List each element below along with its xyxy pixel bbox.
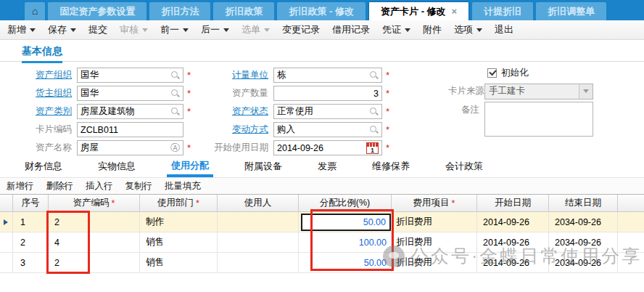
asset-name-input[interactable]: 房屋Ⓐ xyxy=(77,140,183,155)
magnifier-icon[interactable] xyxy=(170,107,180,116)
cell-end-date[interactable]: 2034-09-26 xyxy=(549,212,618,232)
col-asset-code[interactable]: 资产编码* xyxy=(49,195,140,211)
magnifier-icon[interactable] xyxy=(369,125,379,134)
col-expense[interactable]: 费用项目* xyxy=(392,195,477,211)
col-user[interactable]: 使用人 xyxy=(218,195,299,211)
start-date-input[interactable]: 2014-09-26 1 xyxy=(273,140,382,155)
multilingual-icon[interactable]: Ⓐ xyxy=(170,142,180,155)
next-button[interactable]: 后一 xyxy=(201,23,229,36)
tab-depreciation-adjustment[interactable]: 折旧调整单 xyxy=(536,2,606,20)
cell-asset-code[interactable]: 2 xyxy=(49,253,140,272)
cell-end-date[interactable]: 2034-09-26 xyxy=(549,232,618,252)
magnifier-icon[interactable] xyxy=(369,70,379,80)
tab-physical-info[interactable]: 实物信息 xyxy=(94,160,140,177)
borrow-record-button[interactable]: 借用记录 xyxy=(332,23,370,36)
cell-end-date[interactable]: 2034-09-26 xyxy=(549,253,618,272)
calendar-icon[interactable]: 1 xyxy=(366,142,379,154)
cell-ratio-editing[interactable]: 50.00 xyxy=(301,214,391,231)
tab-asset-card-edit[interactable]: 资产卡片 - 修改 × xyxy=(368,1,469,20)
cell-seq[interactable]: 1 xyxy=(13,212,49,232)
copy-row-button[interactable]: 复制行 xyxy=(125,180,153,192)
cell-seq[interactable]: 3 xyxy=(13,253,49,272)
cell-user[interactable] xyxy=(218,253,299,272)
cell-start-date[interactable]: 2014-09-26 xyxy=(477,253,549,272)
submit-button[interactable]: 提交 xyxy=(88,23,107,36)
cell-dept[interactable]: 销售 xyxy=(140,253,218,272)
delete-row-button[interactable]: 删除行 xyxy=(46,180,74,192)
new-button[interactable]: 新增 xyxy=(7,23,36,36)
caret-down-icon[interactable] xyxy=(223,28,229,32)
card-code-input[interactable]: ZCLB011 xyxy=(77,122,183,137)
status-input[interactable]: 正常使用 xyxy=(273,104,382,119)
change-mode-label[interactable]: 变动方式 xyxy=(214,123,273,136)
cell-dept[interactable]: 销售 xyxy=(140,232,218,252)
owner-org-input[interactable]: 国华 xyxy=(77,86,183,101)
cell-expense[interactable]: 折旧费用 xyxy=(392,212,477,232)
cell-user[interactable] xyxy=(218,212,299,232)
cell-seq[interactable]: 2 xyxy=(13,232,49,252)
caret-down-icon[interactable] xyxy=(30,28,36,32)
tab-invoice[interactable]: 发票 xyxy=(313,160,341,177)
magnifier-icon[interactable] xyxy=(170,89,180,98)
asset-org-input[interactable]: 国华 xyxy=(77,68,183,83)
grid-row-1[interactable]: 1 2 制作 50.00 折旧费用 2014-09-26 2034-09-26 xyxy=(0,212,644,232)
cell-asset-code[interactable]: 4 xyxy=(49,232,140,252)
attachment-button[interactable]: 附件 xyxy=(423,23,442,36)
asset-category-label[interactable]: 资产类别 xyxy=(0,105,77,118)
cell-dept[interactable]: 制作 xyxy=(140,212,218,232)
change-mode-input[interactable]: 购入 xyxy=(273,122,382,137)
unit-input[interactable]: 栋 xyxy=(273,68,382,83)
col-dept[interactable]: 使用部门* xyxy=(140,195,218,211)
remark-textarea[interactable] xyxy=(484,102,593,137)
caret-down-icon[interactable] xyxy=(405,28,410,32)
tab-attached-equipment[interactable]: 附属设备 xyxy=(240,160,286,177)
save-button[interactable]: 保存 xyxy=(48,23,76,36)
home-tab[interactable]: ⌂ xyxy=(25,2,45,20)
grid-row-2[interactable]: 2 4 销售 100.00 折旧费用 2014-09-26 2034-09-26 xyxy=(0,232,644,253)
field-card-source: 卡片来源 手工建卡 xyxy=(448,84,593,99)
caret-down-icon[interactable] xyxy=(183,28,189,32)
cell-expense[interactable]: 折旧费用 xyxy=(392,253,477,272)
caret-down-icon[interactable] xyxy=(70,28,76,32)
previous-button[interactable]: 前一 xyxy=(160,23,189,36)
col-seq[interactable]: 序号 xyxy=(13,195,49,211)
col-start-date[interactable]: 开始日期 xyxy=(477,195,549,211)
insert-row-button[interactable]: 插入行 xyxy=(86,180,113,192)
magnifier-icon[interactable] xyxy=(170,70,180,80)
tab-usage-allocation[interactable]: 使用分配 xyxy=(167,159,213,177)
cell-expense[interactable]: 折旧费用 xyxy=(392,232,477,252)
cell-start-date[interactable]: 2014-09-26 xyxy=(477,212,549,232)
options-button[interactable]: 选项 xyxy=(454,23,482,36)
col-end-date[interactable]: 结束日期 xyxy=(549,195,618,211)
col-ratio[interactable]: 分配比例(%) xyxy=(299,195,392,211)
cell-ratio[interactable]: 100.00 xyxy=(299,232,392,252)
tab-depreciation-policy-edit[interactable]: 折旧政策 - 修改 xyxy=(277,2,366,20)
magnifier-icon[interactable] xyxy=(369,107,379,116)
cell-start-date[interactable]: 2014-09-26 xyxy=(477,232,549,252)
owner-org-label[interactable]: 货主组织 xyxy=(0,87,77,100)
quantity-input[interactable]: 3 xyxy=(273,86,382,101)
tab-depreciation-run[interactable]: 计提折旧 xyxy=(472,2,533,20)
unit-label[interactable]: 计量单位 xyxy=(214,69,273,81)
cell-user[interactable] xyxy=(218,232,299,252)
batch-fill-button[interactable]: 批量填充 xyxy=(165,180,201,192)
status-label[interactable]: 资产状态 xyxy=(214,105,273,118)
cell-asset-code[interactable]: 2 xyxy=(49,212,140,232)
change-record-button[interactable]: 变更记录 xyxy=(282,23,320,36)
grid-row-3[interactable]: 3 2 销售 50.00 折旧费用 2014-09-26 2034-09-26 xyxy=(0,253,644,273)
asset-org-label[interactable]: 资产组织 xyxy=(0,69,77,81)
exit-button[interactable]: 退出 xyxy=(495,23,513,36)
tab-fixed-asset-params[interactable]: 固定资产参数设置 xyxy=(48,2,146,20)
cell-ratio[interactable]: 50.00 xyxy=(299,253,392,272)
caret-down-icon[interactable] xyxy=(476,28,482,32)
tab-accounting-policy[interactable]: 会计政策 xyxy=(441,160,487,177)
tab-financial-info[interactable]: 财务信息 xyxy=(20,160,67,177)
initialized-checkbox[interactable] xyxy=(487,68,497,78)
tab-maintenance[interactable]: 维修保养 xyxy=(368,160,414,177)
voucher-button[interactable]: 凭证 xyxy=(382,23,410,36)
tab-depreciation-policy[interactable]: 折旧政策 xyxy=(213,2,274,20)
close-icon[interactable]: × xyxy=(452,2,458,21)
tab-depreciation-method[interactable]: 折旧方法 xyxy=(149,2,210,20)
add-row-button[interactable]: 新增行 xyxy=(7,180,34,192)
asset-category-input[interactable]: 房屋及建筑物 xyxy=(77,104,183,119)
